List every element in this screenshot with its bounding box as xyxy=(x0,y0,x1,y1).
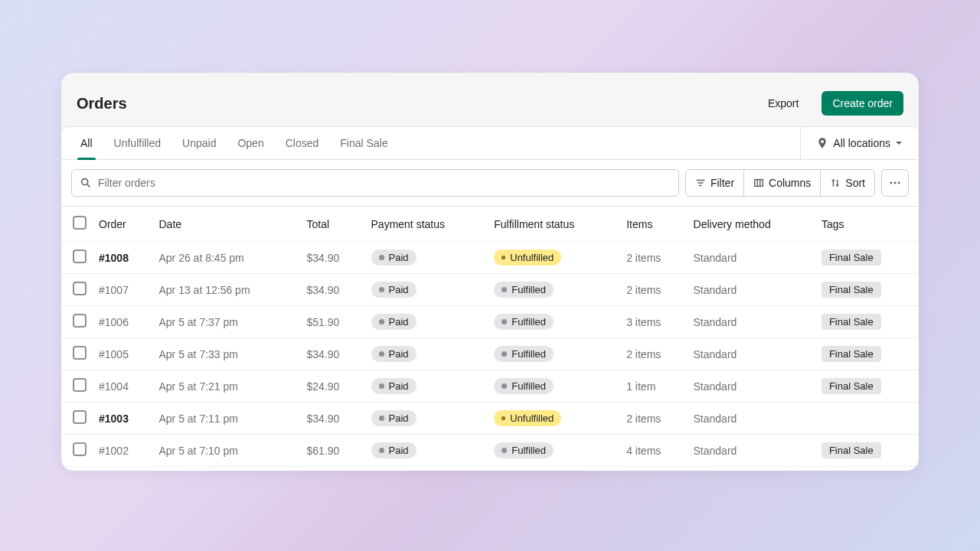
cell-order-id: #1004 xyxy=(93,370,152,403)
status-dot-icon xyxy=(501,287,507,292)
search-box[interactable] xyxy=(71,169,679,197)
table-row[interactable]: #1003Apr 5 at 7:11 pm$34.90PaidUnfulfill… xyxy=(62,403,918,435)
cell-order-id: #1005 xyxy=(93,338,152,370)
tag-badge: Final Sale xyxy=(822,442,881,458)
cell-fulfillment-status: Fulfilled xyxy=(488,435,620,467)
payment-status-text: Paid xyxy=(389,380,409,392)
more-actions-button[interactable] xyxy=(881,169,909,197)
col-date[interactable]: Date xyxy=(152,207,300,242)
table-row[interactable]: #1004Apr 5 at 7:21 pm$24.90PaidFulfilled… xyxy=(62,370,918,403)
cell-items: 3 items xyxy=(620,306,687,338)
fulfillment-status-text: Fulfilled xyxy=(511,348,546,360)
cell-items: 1 item xyxy=(620,467,687,471)
fulfillment-status-text: Fulfilled xyxy=(511,316,546,328)
tag-badge: Final Sale xyxy=(822,378,881,394)
tag-badge: Final Sale xyxy=(822,249,881,266)
cell-delivery: Standard xyxy=(688,338,815,370)
cell-order-id: #1002 xyxy=(93,435,152,467)
columns-icon xyxy=(753,178,764,188)
col-items[interactable]: Items xyxy=(620,207,687,242)
row-checkbox[interactable] xyxy=(73,442,87,456)
table-row[interactable]: #1006Apr 5 at 7:37 pm$51.90PaidFulfilled… xyxy=(62,306,918,338)
row-checkbox[interactable] xyxy=(73,249,87,263)
cell-date: Apr 5 at 7:21 pm xyxy=(152,370,300,403)
cell-payment-status: Paid xyxy=(365,242,488,274)
col-fulfillment[interactable]: Fulfillment status xyxy=(488,207,620,242)
fulfillment-status-text: Fulfilled xyxy=(511,284,546,295)
status-dot-icon xyxy=(501,416,505,420)
cell-items: 2 items xyxy=(620,403,687,435)
cell-date: Apr 26 at 8:45 pm xyxy=(152,242,300,274)
filter-icon xyxy=(695,178,706,188)
create-order-button[interactable]: Create order xyxy=(822,91,903,116)
fulfillment-status-badge: Fulfilled xyxy=(494,314,554,330)
cell-total: $24.90 xyxy=(300,467,364,471)
tab-closed[interactable]: Closed xyxy=(275,127,330,159)
cell-delivery: Standard xyxy=(688,403,815,435)
status-dot-icon xyxy=(501,319,507,324)
svg-line-1 xyxy=(87,184,90,187)
chevron-down-icon xyxy=(895,139,903,147)
cell-fulfillment-status: Fulfilled xyxy=(488,370,620,403)
cell-delivery: Standard xyxy=(688,370,815,403)
row-checkbox[interactable] xyxy=(73,378,87,392)
search-input[interactable] xyxy=(98,177,671,189)
payment-status-badge: Paid xyxy=(371,282,416,298)
tab-open[interactable]: Open xyxy=(227,127,274,159)
status-dot-icon xyxy=(379,319,384,324)
fulfillment-status-badge: Unfulfilled xyxy=(494,249,561,266)
cell-tags: Final Sale xyxy=(815,370,918,403)
tab-all[interactable]: All xyxy=(70,127,103,159)
sort-button[interactable]: Sort xyxy=(820,169,875,197)
payment-status-text: Paid xyxy=(389,445,409,456)
cell-total: $51.90 xyxy=(300,306,364,338)
cell-payment-status: Paid xyxy=(365,338,488,370)
locations-selector[interactable]: All locations xyxy=(800,127,918,159)
tab-final-sale[interactable]: Final Sale xyxy=(329,127,398,159)
cell-delivery: Standard xyxy=(688,435,815,467)
col-total[interactable]: Total xyxy=(300,207,364,242)
payment-status-text: Paid xyxy=(389,284,409,295)
columns-button[interactable]: Columns xyxy=(743,169,821,197)
export-button[interactable]: Export xyxy=(757,91,809,116)
cell-fulfillment-status: Unfulfilled xyxy=(488,403,620,435)
payment-status-text: Paid xyxy=(389,316,409,328)
col-payment[interactable]: Payment status xyxy=(365,207,488,242)
filter-button[interactable]: Filter xyxy=(685,169,744,197)
table-row[interactable]: #1005Apr 5 at 7:33 pm$34.90PaidFulfilled… xyxy=(62,338,918,370)
row-checkbox[interactable] xyxy=(73,314,87,328)
cell-payment-status: Paid xyxy=(365,467,488,471)
cell-delivery: Standard xyxy=(688,274,815,306)
tabs-row: AllUnfulfilledUnpaidOpenClosedFinal Sale… xyxy=(62,127,918,160)
col-delivery[interactable]: Delivery method xyxy=(688,207,815,242)
table-row[interactable]: #1007Apr 13 at 12:56 pm$34.90PaidFulfill… xyxy=(62,274,918,306)
row-checkbox[interactable] xyxy=(73,346,87,360)
fulfillment-status-badge: Fulfilled xyxy=(494,346,554,362)
toolbar: Filter Columns Sort xyxy=(62,160,918,207)
row-checkbox[interactable] xyxy=(73,282,87,295)
cell-items: 1 item xyxy=(620,370,687,403)
status-dot-icon xyxy=(379,287,384,292)
tab-unfulfilled[interactable]: Unfulfilled xyxy=(103,127,172,159)
cell-total: $34.90 xyxy=(300,242,364,274)
cell-delivery: Standard xyxy=(688,467,815,471)
cell-total: $24.90 xyxy=(300,370,364,403)
cell-fulfillment-status: Unfulfilled xyxy=(488,242,620,274)
table-row[interactable]: #1008Apr 26 at 8:45 pm$34.90PaidUnfulfil… xyxy=(62,242,918,274)
payment-status-badge: Paid xyxy=(371,378,416,394)
table-row[interactable]: #1001Apr 5 at 6:57 pm$24.90PaidFulfilled… xyxy=(62,467,918,471)
cell-items: 2 items xyxy=(620,242,687,274)
select-all-checkbox[interactable] xyxy=(73,216,87,230)
more-horizontal-icon xyxy=(889,177,901,189)
col-tags[interactable]: Tags xyxy=(815,207,918,242)
svg-rect-5 xyxy=(755,180,763,187)
svg-point-0 xyxy=(82,179,88,185)
cell-fulfillment-status: Fulfilled xyxy=(488,274,620,306)
tab-unpaid[interactable]: Unpaid xyxy=(172,127,227,159)
cell-payment-status: Paid xyxy=(365,435,488,467)
search-icon xyxy=(80,177,92,189)
status-dot-icon xyxy=(501,256,505,259)
row-checkbox[interactable] xyxy=(73,410,87,424)
table-row[interactable]: #1002Apr 5 at 7:10 pm$61.90PaidFulfilled… xyxy=(62,435,918,467)
col-order[interactable]: Order xyxy=(93,207,152,242)
